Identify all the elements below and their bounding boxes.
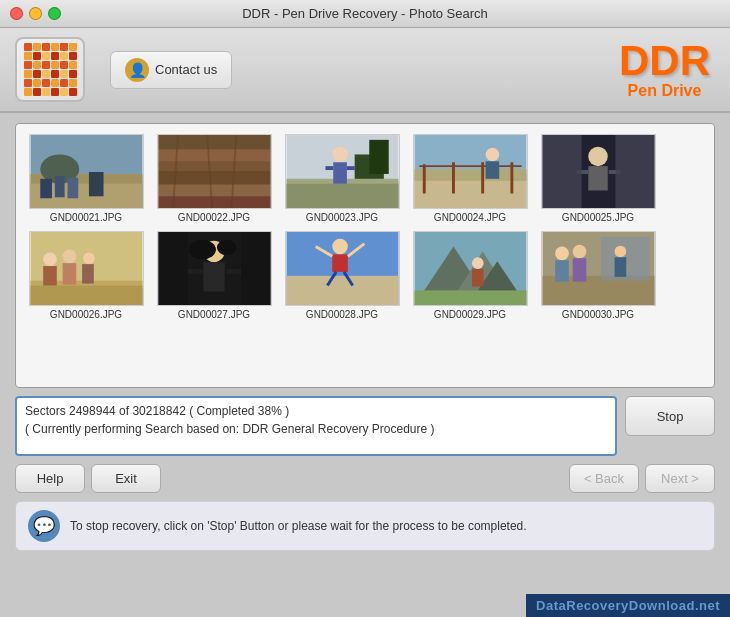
photo-thumbnail[interactable] bbox=[541, 134, 656, 209]
minimize-button[interactable] bbox=[29, 7, 42, 20]
info-bar: 💬 To stop recovery, click on 'Stop' Butt… bbox=[15, 501, 715, 551]
svg-point-58 bbox=[216, 240, 235, 256]
list-item[interactable]: GND00024.JPG bbox=[410, 134, 530, 223]
app-logo bbox=[15, 37, 85, 102]
list-item[interactable]: GND00028.JPG bbox=[282, 231, 402, 320]
list-item[interactable]: GND00025.JPG bbox=[538, 134, 658, 223]
svg-point-35 bbox=[485, 148, 499, 162]
logo-grid bbox=[24, 43, 77, 96]
photo-thumbnail[interactable] bbox=[29, 231, 144, 306]
photo-label: GND00021.JPG bbox=[50, 212, 122, 223]
contact-icon: 👤 bbox=[125, 58, 149, 82]
next-button[interactable]: Next > bbox=[645, 464, 715, 493]
photo-thumbnail[interactable] bbox=[413, 134, 528, 209]
svg-rect-51 bbox=[43, 266, 57, 285]
svg-rect-36 bbox=[485, 161, 499, 179]
contact-label: Contact us bbox=[155, 62, 217, 77]
svg-rect-20 bbox=[286, 184, 398, 208]
title-bar: DDR - Pen Drive Recovery - Photo Search bbox=[0, 0, 730, 28]
photo-thumbnail[interactable] bbox=[541, 231, 656, 306]
svg-rect-44 bbox=[615, 135, 654, 208]
watermark: DataRecoveryDownload.net bbox=[526, 594, 730, 617]
watermark-text: DataRecoveryDownload.net bbox=[536, 598, 720, 613]
svg-point-81 bbox=[555, 247, 569, 261]
brand-sub: Pen Drive bbox=[619, 82, 710, 100]
svg-point-49 bbox=[62, 250, 76, 264]
stop-button[interactable]: Stop bbox=[625, 396, 715, 436]
svg-rect-84 bbox=[572, 258, 586, 281]
svg-rect-53 bbox=[82, 264, 94, 283]
window-title: DDR - Pen Drive Recovery - Photo Search bbox=[242, 6, 488, 21]
info-message: To stop recovery, click on 'Stop' Button… bbox=[70, 519, 527, 533]
svg-rect-23 bbox=[325, 166, 333, 170]
svg-rect-56 bbox=[203, 262, 224, 291]
photo-thumbnail[interactable] bbox=[285, 231, 400, 306]
svg-rect-9 bbox=[158, 135, 270, 150]
photo-label: GND00023.JPG bbox=[306, 212, 378, 223]
progress-box: Sectors 2498944 of 30218842 ( Completed … bbox=[15, 396, 617, 456]
svg-rect-4 bbox=[40, 179, 52, 198]
list-item[interactable]: GND00030.JPG bbox=[538, 231, 658, 320]
progress-line2: ( Currently performing Search based on: … bbox=[25, 422, 607, 436]
svg-rect-86 bbox=[614, 257, 626, 276]
photo-label: GND00027.JPG bbox=[178, 309, 250, 320]
svg-rect-52 bbox=[62, 263, 76, 284]
svg-point-21 bbox=[332, 147, 348, 163]
svg-rect-14 bbox=[158, 196, 270, 208]
svg-rect-26 bbox=[369, 140, 388, 174]
svg-rect-60 bbox=[226, 269, 241, 274]
svg-rect-59 bbox=[187, 269, 202, 274]
svg-rect-75 bbox=[414, 290, 526, 305]
svg-point-48 bbox=[43, 252, 57, 266]
photo-label: GND00024.JPG bbox=[434, 212, 506, 223]
help-button[interactable]: Help bbox=[15, 464, 85, 493]
back-button[interactable]: < Back bbox=[569, 464, 639, 493]
close-button[interactable] bbox=[10, 7, 23, 20]
svg-rect-64 bbox=[286, 276, 398, 305]
photo-thumbnail[interactable] bbox=[285, 134, 400, 209]
list-item[interactable]: GND00026.JPG bbox=[26, 231, 146, 320]
svg-point-65 bbox=[332, 239, 348, 255]
main-content: GND00021.JPG GND00022.JPG GND00023.JPG bbox=[0, 113, 730, 561]
svg-rect-24 bbox=[346, 166, 354, 170]
contact-button[interactable]: 👤 Contact us bbox=[110, 51, 232, 89]
svg-rect-43 bbox=[542, 135, 581, 208]
list-item[interactable]: GND00029.JPG bbox=[410, 231, 530, 320]
svg-rect-62 bbox=[241, 232, 270, 305]
photo-thumbnail[interactable] bbox=[29, 134, 144, 209]
list-item[interactable]: GND00027.JPG bbox=[154, 231, 274, 320]
list-item[interactable]: GND00021.JPG bbox=[26, 134, 146, 223]
exit-button[interactable]: Exit bbox=[91, 464, 161, 493]
photo-thumbnail[interactable] bbox=[413, 231, 528, 306]
svg-rect-22 bbox=[333, 162, 347, 183]
svg-point-82 bbox=[572, 245, 586, 259]
photo-grid-container[interactable]: GND00021.JPG GND00022.JPG GND00023.JPG bbox=[15, 123, 715, 388]
progress-line1: Sectors 2498944 of 30218842 ( Completed … bbox=[25, 404, 607, 418]
svg-rect-40 bbox=[588, 166, 607, 190]
svg-rect-83 bbox=[555, 260, 569, 281]
maximize-button[interactable] bbox=[48, 7, 61, 20]
svg-rect-66 bbox=[332, 254, 348, 272]
svg-point-85 bbox=[614, 246, 626, 258]
photo-label: GND00028.JPG bbox=[306, 309, 378, 320]
svg-rect-7 bbox=[88, 172, 103, 196]
svg-rect-77 bbox=[471, 269, 483, 287]
photo-label: GND00026.JPG bbox=[50, 309, 122, 320]
window-controls[interactable] bbox=[10, 7, 61, 20]
photo-thumbnail[interactable] bbox=[157, 231, 272, 306]
photo-grid: GND00021.JPG GND00022.JPG GND00023.JPG bbox=[26, 134, 704, 320]
svg-rect-61 bbox=[158, 232, 187, 305]
brand-name: DDR bbox=[619, 40, 710, 82]
svg-rect-47 bbox=[30, 286, 142, 305]
brand: DDR Pen Drive bbox=[619, 40, 710, 100]
svg-rect-5 bbox=[54, 176, 64, 197]
photo-label: GND00025.JPG bbox=[562, 212, 634, 223]
list-item[interactable]: GND00023.JPG bbox=[282, 134, 402, 223]
photo-label: GND00029.JPG bbox=[434, 309, 506, 320]
list-item[interactable]: GND00022.JPG bbox=[154, 134, 274, 223]
svg-rect-29 bbox=[414, 169, 526, 181]
photo-label: GND00030.JPG bbox=[562, 309, 634, 320]
photo-thumbnail[interactable] bbox=[157, 134, 272, 209]
svg-point-76 bbox=[471, 257, 483, 269]
app-header: 👤 Contact us DDR Pen Drive bbox=[0, 28, 730, 113]
